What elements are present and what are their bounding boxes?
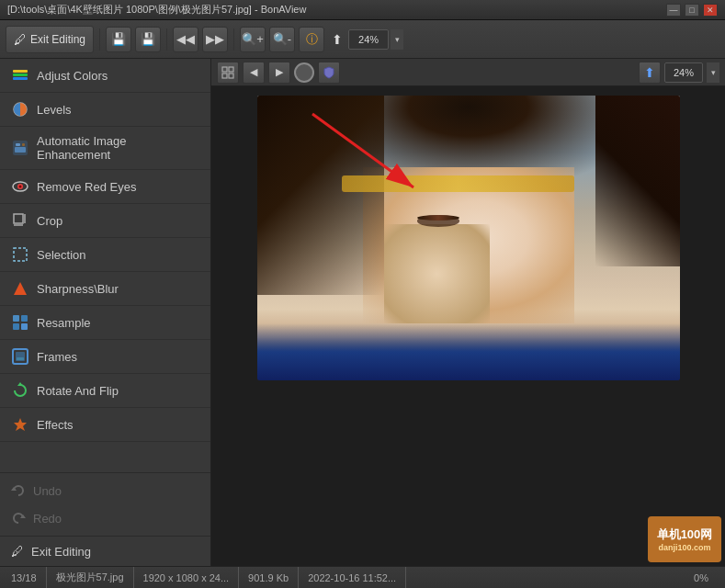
zoom-in-button[interactable]: 🔍+ <box>240 27 266 52</box>
title-bar: [D:\tools\桌面\4K壁纸图片 1080P\图例\极光图片57.jpg]… <box>0 0 725 20</box>
svg-marker-24 <box>14 418 27 431</box>
sidebar-item-levels[interactable]: Levels <box>0 93 210 127</box>
next-button[interactable]: ▶▶ <box>202 27 228 52</box>
svg-marker-23 <box>17 382 23 386</box>
sidebar-item-auto-enhance[interactable]: Automatic Image Enhancement <box>0 127 210 170</box>
shield-icon <box>323 66 335 79</box>
sidebar-spacer <box>0 442 210 472</box>
sidebar-exit-button[interactable]: 🖊 Exit Editing <box>0 536 210 566</box>
photo-display <box>257 96 680 380</box>
image-zoom-input[interactable]: 24% <box>664 62 703 83</box>
zoom-out-icon: 🔍- <box>273 32 291 46</box>
sharpness-blur-label: Sharpness\Blur <box>37 282 119 296</box>
crop-icon <box>11 211 29 230</box>
zoom-control: ⬆ 24% ▾ <box>332 29 403 50</box>
auto-enhance-label: Automatic Image Enhancement <box>37 134 199 162</box>
sidebar-item-sharpness-blur[interactable]: Sharpness\Blur <box>0 272 210 306</box>
zoom-up-icon: ⬆ <box>332 32 343 47</box>
rotate-flip-label: Rotate And Flip <box>37 384 119 398</box>
undo-button[interactable]: Undo <box>0 477 210 504</box>
img-tool-next[interactable]: ▶ <box>268 62 290 84</box>
sidebar-item-rotate-flip[interactable]: Rotate And Flip <box>0 374 210 408</box>
svg-rect-27 <box>222 67 227 72</box>
sidebar: Adjust Colors Levels <box>0 59 211 566</box>
window-title: [D:\tools\桌面\4K壁纸图片 1080P\图例\极光图片57.jpg]… <box>7 3 306 17</box>
minimize-button[interactable]: — <box>666 4 681 17</box>
redo-icon <box>11 511 26 526</box>
sidebar-item-effects[interactable]: Effects <box>0 408 210 442</box>
grid-icon <box>221 66 234 79</box>
zoom-out-button[interactable]: 🔍- <box>269 27 295 52</box>
undo-label: Undo <box>33 484 62 498</box>
svg-rect-18 <box>13 323 19 330</box>
image-toolbar: ◀ ▶ ⬆ 24% ▾ <box>211 59 725 86</box>
sidebar-item-remove-red-eyes[interactable]: Remove Red Eyes <box>0 170 210 204</box>
img-tool-grid[interactable] <box>217 62 239 84</box>
image-canvas[interactable] <box>211 86 725 566</box>
toolbar: 🖊 Exit Editing 💾 💾 ◀◀ ▶▶ 🔍+ 🔍- ⓘ ⬆ 24% ▾ <box>0 20 725 59</box>
adjust-colors-label: Adjust Colors <box>37 69 108 83</box>
exit-editing-button[interactable]: 🖊 Exit Editing <box>6 26 94 53</box>
svg-rect-5 <box>15 147 26 153</box>
status-zoom: 0% <box>685 567 718 588</box>
zoom-up-arrow[interactable]: ⬆ <box>639 62 661 84</box>
selection-icon <box>11 245 29 264</box>
zoom-dropdown-button[interactable]: ▾ <box>391 29 403 50</box>
window-controls: — □ ✕ <box>666 4 718 17</box>
img-tool-circle[interactable] <box>294 62 314 83</box>
sidebar-item-frames[interactable]: Frames <box>0 340 210 374</box>
img-tool-shield[interactable] <box>318 62 340 84</box>
prev-icon: ◀◀ <box>176 32 195 46</box>
toolbar-sep-1 <box>99 28 100 51</box>
undo-section: Undo Redo <box>0 472 210 536</box>
svg-rect-1 <box>13 74 28 76</box>
remove-red-eyes-icon <box>11 177 29 196</box>
levels-label: Levels <box>37 103 72 117</box>
sidebar-item-resample[interactable]: Resample <box>0 306 210 340</box>
svg-rect-16 <box>13 315 19 322</box>
main-area: Adjust Colors Levels <box>0 59 725 566</box>
svg-rect-7 <box>22 143 25 146</box>
svg-rect-30 <box>229 74 233 78</box>
sidebar-item-crop[interactable]: Crop <box>0 204 210 238</box>
svg-rect-14 <box>14 248 27 261</box>
frames-icon <box>11 347 29 366</box>
toolbar-sep-2 <box>166 28 167 51</box>
image-area: ◀ ▶ ⬆ 24% ▾ <box>211 59 725 566</box>
redo-button[interactable]: Redo <box>0 504 210 532</box>
selection-label: Selection <box>37 248 85 262</box>
exit-editing-label: Exit Editing <box>30 33 85 46</box>
svg-marker-15 <box>14 282 27 295</box>
sidebar-item-selection[interactable]: Selection <box>0 238 210 272</box>
frames-label: Frames <box>37 350 77 364</box>
maximize-button[interactable]: □ <box>685 4 699 17</box>
svg-rect-17 <box>21 315 28 322</box>
save-as-button[interactable]: 💾 <box>135 27 161 52</box>
effects-label: Effects <box>37 418 74 432</box>
close-button[interactable]: ✕ <box>703 4 718 17</box>
info-icon: ⓘ <box>306 31 318 48</box>
levels-icon <box>11 100 29 119</box>
svg-rect-0 <box>13 70 28 73</box>
status-bar: 13/18 极光图片57.jpg 1920 x 1080 x 24... 901… <box>0 566 725 588</box>
watermark-line2: danji100.com <box>658 543 710 552</box>
image-zoom-dropdown[interactable]: ▾ <box>707 62 719 83</box>
crop-label: Crop <box>37 214 62 228</box>
img-tool-prev[interactable]: ◀ <box>243 62 265 84</box>
status-dimensions: 1920 x 1080 x 24... <box>134 567 240 588</box>
watermark-line1: 单机100网 <box>657 526 713 543</box>
status-filename: 极光图片57.jpg <box>47 567 134 588</box>
sidebar-exit-label: Exit Editing <box>31 545 91 559</box>
info-button[interactable]: ⓘ <box>299 27 324 52</box>
status-filesize: 901.9 Kb <box>239 567 299 588</box>
svg-rect-6 <box>16 143 20 146</box>
zoom-input[interactable]: 24% <box>348 29 389 50</box>
save-button[interactable]: 💾 <box>106 27 131 52</box>
sidebar-item-adjust-colors[interactable]: Adjust Colors <box>0 59 210 93</box>
save-as-icon: 💾 <box>141 32 155 46</box>
save-icon: 💾 <box>111 32 126 46</box>
zoom-in-icon: 🔍+ <box>242 32 264 46</box>
prev-button[interactable]: ◀◀ <box>173 27 198 52</box>
rotate-flip-icon <box>11 381 29 400</box>
svg-rect-19 <box>21 323 28 330</box>
